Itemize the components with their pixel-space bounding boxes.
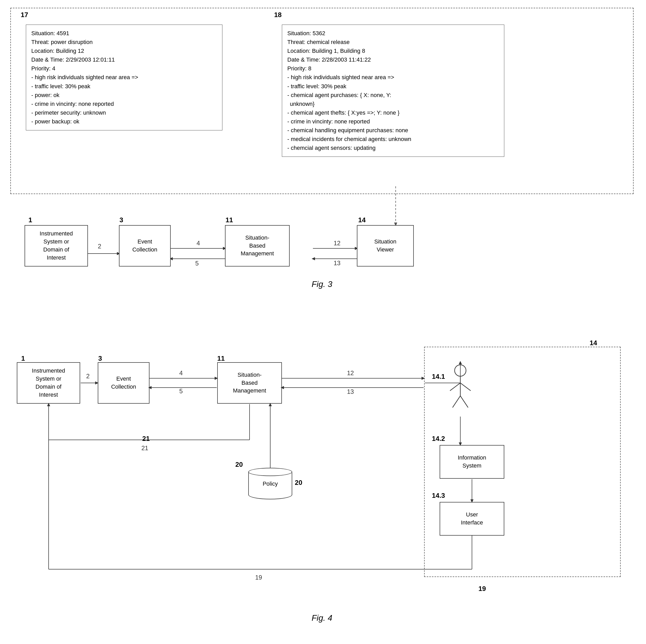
fig4-cylinder-top [248,468,292,476]
fig3-label-1: 1 [28,216,32,224]
situation18-line13: - chemcial agent sensors: updating [287,144,499,153]
situation17-line2: Threat: power disruption [31,38,217,47]
situation18-line7: - traffic level: 30% peak [287,82,499,91]
situation17-line3: Location: Building 12 [31,47,217,56]
fig3-label-11: 11 [225,216,233,224]
situation17-line5: Priority: 4 [31,64,217,73]
situation18-line6: - high risk individuals sighted near are… [287,73,499,82]
situation17-line6: - high risk individuals sighted near are… [31,73,217,82]
fig4-box14-3: UserInterface [440,502,504,536]
svg-text:21: 21 [141,445,148,452]
svg-text:2: 2 [98,243,101,250]
situation18-line8b: unknown} [287,100,499,108]
situation18-line11: - chemical handling equipment purchases:… [287,126,499,135]
fig4-label-14-1: 14.1 [432,373,445,381]
fig3-box14: SituationViewer [357,225,414,267]
fig4-label-20: 20 [235,461,243,469]
fig4-caption: Fig. 4 [10,613,634,623]
label-18: 18 [274,11,282,19]
situation17-line8: - power: ok [31,91,217,100]
fig3-box11: Situation-BasedManagement [225,225,290,267]
situation-box-18: Situation: 5362 Threat: chemical release… [282,24,504,157]
fig4-label-19-text: 19 [478,585,486,593]
situation17-line9: - crime in vincinty: none reported [31,100,217,108]
svg-text:5: 5 [179,388,183,394]
fig4-label-20-arrow: 20 [295,479,302,487]
fig4-label-11: 11 [217,355,225,363]
svg-text:13: 13 [347,388,354,395]
fig3-label-3: 3 [119,216,123,224]
fig3-label-14: 14 [358,216,366,224]
situation18-line9: - chemical agent thefts: { X:yes =>; Y: … [287,108,499,117]
fig4-box20-label: Policy [263,480,278,487]
situation18-line8: - chemical agent purchases: { X: none, Y… [287,91,499,100]
fig4-label-14-2: 14.2 [432,435,445,443]
svg-text:13: 13 [334,260,341,267]
fig4-label-14: 14 [589,339,597,347]
situation18-line3: Location: Building 1, Building 8 [287,47,499,56]
page-container: 17 Situation: 4591 Threat: power disrupt… [0,0,646,644]
fig3-box3: EventCollection [119,225,171,267]
svg-text:12: 12 [347,369,354,376]
label-17: 17 [21,11,28,19]
svg-marker-15 [312,257,315,260]
situation18-line1: Situation: 5362 [287,29,499,38]
svg-text:4: 4 [179,369,183,376]
fig3-caption: Fig. 3 [10,279,634,289]
fig4-label-1: 1 [21,355,25,363]
fig4-label-3: 3 [98,355,102,363]
situation17-line7: - traffic level: 30% peak [31,82,217,91]
svg-text:19: 19 [255,574,262,581]
situation-box-17: Situation: 4591 Threat: power disruption… [26,24,222,130]
fig4-box3: EventCollection [98,362,149,404]
fig4-label-21-text: 21 [142,435,150,443]
situation18-line5: Priority: 8 [287,64,499,73]
fig4-box1: InstrumentedSystem orDomain ofInterest [17,362,80,404]
svg-text:4: 4 [197,240,200,247]
fig3-box1: InstrumentedSystem orDomain ofInterest [24,225,88,267]
situation17-line1: Situation: 4591 [31,29,217,38]
svg-text:2: 2 [86,373,90,380]
situation18-line10: - crime in vincinty: none reported [287,117,499,126]
fig4-box14-2: InformationSystem [440,445,504,479]
situation18-line12: - medical incidents for chemical agents:… [287,135,499,144]
svg-text:12: 12 [334,240,341,247]
situation18-line2: Threat: chemical release [287,38,499,47]
fig4-label-14-3: 14.3 [432,491,445,499]
situation17-line10: - perimeter security: unknown [31,108,217,117]
situation18-line4: Date & Time: 2/28/2003 11:41:22 [287,56,499,64]
fig4-box11: Situation-BasedManagement [217,362,282,404]
situation17-line4: Date & Time: 2/29/2003 12:01:11 [31,56,217,64]
svg-text:5: 5 [195,260,199,267]
situation17-line11: - power backup: ok [31,117,217,126]
